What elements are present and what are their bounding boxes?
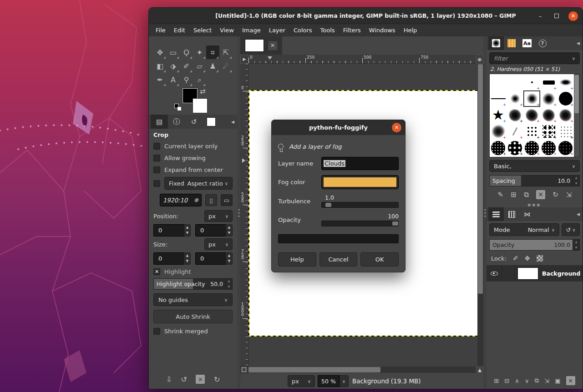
- default-colors-icon[interactable]: [174, 104, 182, 111]
- brush-dot[interactable]: +: [523, 74, 540, 90]
- brush-line[interactable]: +: [490, 90, 507, 107]
- highlight-opacity-slider[interactable]: Highlight opacity 50.0 ∧∨: [153, 278, 233, 290]
- layers-dock-collapse-icon[interactable]: ◀: [577, 207, 580, 221]
- brush-scratch[interactable]: [523, 156, 540, 157]
- minimize-button[interactable]: –: [536, 11, 545, 20]
- tool-gradient[interactable]: ◧: [153, 59, 167, 73]
- navigation-button[interactable]: ▲: [476, 366, 483, 373]
- brush-soft3[interactable]: +: [540, 90, 557, 107]
- lower-layer-icon[interactable]: ∨: [525, 377, 529, 384]
- quick-mask-toggle[interactable]: [240, 366, 248, 373]
- brush-splat[interactable]: +: [540, 123, 557, 140]
- auto-shrink-button[interactable]: Auto Shrink: [153, 310, 233, 323]
- duplicate-layer-icon[interactable]: ⧉: [535, 377, 539, 384]
- position-x-spinner[interactable]: 0 ▲▼: [153, 224, 191, 236]
- tool-smudge[interactable]: ☄: [219, 59, 233, 73]
- tab-paths[interactable]: ⋈: [519, 207, 535, 221]
- close-button[interactable]: ✕: [568, 11, 578, 21]
- size-unit-combo[interactable]: px ∨: [204, 238, 233, 250]
- portrait-button[interactable]: ▯: [205, 194, 217, 206]
- brush-spray[interactable]: +: [557, 123, 574, 140]
- brush-tex[interactable]: +: [490, 140, 507, 156]
- layer-opacity-slider[interactable]: Opacity 100.0 ∧∨: [489, 239, 580, 251]
- position-x-value[interactable]: 0: [153, 224, 184, 236]
- fog-color-button[interactable]: [321, 175, 399, 189]
- brush-texdark[interactable]: +: [557, 140, 574, 156]
- brush-grid-scrollbar[interactable]: [574, 74, 579, 157]
- brush-cells[interactable]: +: [507, 140, 523, 156]
- save-tool-preset-icon[interactable]: ⇩: [166, 375, 172, 384]
- tool-eraser[interactable]: ▱: [193, 59, 206, 73]
- help-button[interactable]: Help: [278, 252, 316, 266]
- new-layer-group-icon[interactable]: ⊟: [504, 377, 509, 384]
- layer-row[interactable]: Background: [487, 265, 583, 281]
- menu-file[interactable]: File: [152, 25, 170, 35]
- tool-unified-transform[interactable]: ⇱: [219, 45, 233, 59]
- horizontal-scrollbar[interactable]: [248, 367, 476, 373]
- tool-zoom[interactable]: ⌕: [193, 73, 206, 86]
- menu-tools[interactable]: Tools: [316, 25, 339, 35]
- brush-chalk[interactable]: +: [540, 107, 557, 123]
- raise-layer-icon[interactable]: ∧: [515, 377, 519, 384]
- new-layer-icon[interactable]: ⊞: [494, 377, 499, 384]
- window-titlebar[interactable]: [Untitled]-1.0 (RGB color 8-bit gamma in…: [149, 8, 583, 24]
- mode-switch-button[interactable]: ↺ ∨: [562, 223, 580, 236]
- horizontal-scrollbar-thumb[interactable]: [248, 367, 380, 372]
- new-brush-icon[interactable]: ⊞: [511, 191, 517, 199]
- brush-blank[interactable]: [490, 74, 507, 90]
- delete-brush-icon[interactable]: ✕: [536, 190, 545, 199]
- menu-help[interactable]: Help: [400, 25, 421, 35]
- brush-soft1[interactable]: +: [507, 90, 523, 107]
- zoom-chevron-button[interactable]: ∨: [340, 375, 349, 387]
- zoom-value[interactable]: 50 %: [318, 375, 340, 387]
- shrink-merged-checkbox[interactable]: [153, 328, 160, 335]
- brush-ellipse[interactable]: +: [557, 74, 574, 90]
- zoom-image-button[interactable]: ◉: [476, 55, 483, 64]
- duplicate-brush-icon[interactable]: ⧉: [524, 191, 529, 199]
- highlight-checkbox[interactable]: [153, 268, 160, 275]
- status-unit-combo[interactable]: px ∨: [288, 375, 315, 387]
- brush-solid[interactable]: +: [557, 90, 574, 107]
- dialog-titlebar[interactable]: python-fu-foggify ✕: [272, 120, 405, 135]
- layer-visibility-toggle[interactable]: [487, 265, 502, 281]
- dock-tab-tool-options[interactable]: ▤: [151, 115, 168, 129]
- expand-from-center-checkbox[interactable]: [153, 166, 160, 173]
- dock-tab-colors[interactable]: [203, 115, 220, 129]
- turbulence-slider[interactable]: [321, 202, 399, 208]
- layer-name-input[interactable]: Clouds: [321, 157, 399, 170]
- brush-pepper[interactable]: +: [523, 123, 540, 140]
- brush-soft2[interactable]: +: [523, 90, 540, 107]
- background-color-swatch[interactable]: [193, 98, 208, 113]
- spinner-arrows[interactable]: ∧∨: [573, 240, 579, 250]
- layer-link-cell[interactable]: [502, 265, 515, 281]
- spinner-arrows[interactable]: ▲▼: [184, 224, 191, 236]
- tool-rectangle-select[interactable]: ▭: [167, 45, 180, 59]
- size-height-value[interactable]: 0: [195, 252, 226, 265]
- tool-fuzzy-select[interactable]: ✦: [193, 45, 206, 59]
- opacity-slider[interactable]: [321, 221, 399, 226]
- menu-windows[interactable]: Windows: [365, 25, 400, 35]
- brush-grid-scrollbar-thumb[interactable]: [574, 75, 579, 113]
- brush-scratch[interactable]: [540, 156, 557, 157]
- cancel-button[interactable]: Cancel: [319, 252, 358, 266]
- size-height-spinner[interactable]: 0 ▲▼: [195, 252, 233, 265]
- add-layer-mask-icon[interactable]: ▣: [555, 377, 560, 384]
- open-brush-as-image-icon[interactable]: ⇲: [566, 191, 572, 199]
- edit-brush-icon[interactable]: ✎: [497, 191, 503, 199]
- tab-fonts[interactable]: Aa: [519, 36, 535, 50]
- brush-tex[interactable]: +: [540, 140, 557, 156]
- left-dock-collapse-icon[interactable]: ◀: [231, 115, 234, 129]
- dock-tab-undo-history[interactable]: ↺: [185, 115, 203, 129]
- image-tab[interactable]: ✕: [240, 36, 282, 55]
- brush-chalk[interactable]: +: [507, 107, 523, 123]
- fixed-aspect-button[interactable]: Fixed Aspect ratio ∨: [164, 177, 233, 190]
- lock-pixels-icon[interactable]: ✐: [513, 255, 518, 262]
- lock-alpha-icon[interactable]: [537, 255, 543, 261]
- zoom-combo[interactable]: 50 % ∨: [318, 375, 349, 387]
- brush-bar[interactable]: +: [540, 74, 557, 90]
- brush-filter-combo[interactable]: filter ∨: [489, 52, 580, 64]
- tool-move[interactable]: ✥: [153, 45, 167, 59]
- menu-colors[interactable]: Colors: [289, 25, 316, 35]
- clear-icon[interactable]: ⊗: [194, 197, 198, 203]
- position-y-spinner[interactable]: 0 ▲▼: [195, 224, 233, 236]
